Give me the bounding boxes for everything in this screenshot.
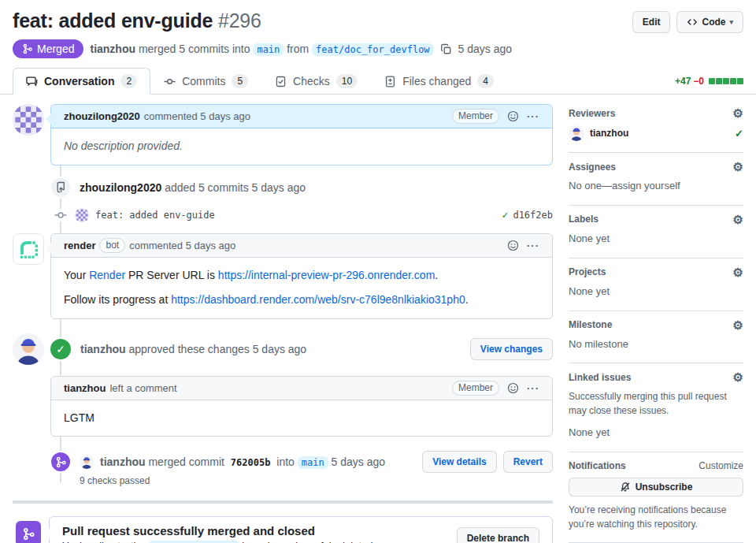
reviewer-row[interactable]: tianzhou ✓ <box>569 125 743 141</box>
comment-author[interactable]: render <box>64 240 95 251</box>
chevron-down-icon: ▾ <box>729 14 733 30</box>
gear-icon[interactable]: ⚙ <box>733 161 743 173</box>
sidebar-reviewers: Reviewers ⚙ tianzhou ✓ <box>569 104 743 153</box>
code-button[interactable]: Code ▾ <box>676 11 743 33</box>
tab-count: 10 <box>336 74 358 88</box>
git-merge-icon <box>22 43 33 54</box>
tab-count: 4 <box>477 74 494 88</box>
member-badge: Member <box>452 381 499 396</box>
commits-added-event: zhouzilong2020 added 5 commits 5 days ag… <box>13 177 553 199</box>
comment-zhouzilong: zhouzilong2020 commented 5 days ago Memb… <box>13 104 553 166</box>
tab-files-changed[interactable]: Files changed 4 <box>371 68 507 95</box>
comment-author[interactable]: tianzhou <box>64 382 106 394</box>
emoji-icon[interactable] <box>507 382 519 394</box>
tab-count: 5 <box>232 74 248 88</box>
commit-sha[interactable]: d16f2eb <box>513 210 553 221</box>
sidebar-assignees: Assignees ⚙ No one—assign yourself <box>569 153 743 206</box>
emoji-icon[interactable] <box>507 110 519 122</box>
avatar[interactable] <box>13 333 44 365</box>
avatar[interactable] <box>13 104 44 136</box>
comment-body: Your Render PR Server URL is https://int… <box>51 258 552 318</box>
sidebar-linked-issues: Linked issues ⚙ Successfully merging thi… <box>569 363 743 452</box>
event-author[interactable]: tianzhou <box>100 456 146 468</box>
gear-icon[interactable]: ⚙ <box>733 107 743 119</box>
gear-icon[interactable]: ⚙ <box>733 214 743 225</box>
comment-author[interactable]: zhouzilong2020 <box>64 110 140 122</box>
view-changes-button[interactable]: View changes <box>470 338 553 360</box>
comment-body: LGTM <box>51 400 552 437</box>
kebab-icon[interactable]: ··· <box>527 110 539 122</box>
checks-passed-text[interactable]: 9 checks passed <box>80 475 553 486</box>
git-merge-icon <box>16 521 41 543</box>
tab-conversation[interactable]: Conversation 2 <box>13 68 150 95</box>
diffstat-blocks <box>708 76 743 87</box>
diffstat[interactable]: +47 −0 <box>675 76 743 87</box>
section-title: Projects <box>569 266 606 277</box>
view-details-button[interactable]: View details <box>422 451 496 473</box>
merge-summary: tianzhou merged 5 commits into main from… <box>90 43 433 55</box>
merged-by-user[interactable]: tianzhou <box>90 43 135 55</box>
base-branch-chip[interactable]: main <box>298 456 328 469</box>
linked-issues-empty: None yet <box>569 426 743 441</box>
linked-issues-desc: Successfully merging this pull request m… <box>569 389 743 418</box>
file-diff-icon <box>384 76 396 87</box>
commit-message[interactable]: feat: added env-guide <box>95 210 215 221</box>
edit-button[interactable]: Edit <box>632 11 671 33</box>
tab-label: Conversation <box>44 75 114 87</box>
pr-number: #296 <box>218 9 261 32</box>
diffstat-additions: +47 <box>675 76 691 87</box>
avatar[interactable] <box>80 455 94 469</box>
merged-banner: Pull request successfully merged and clo… <box>13 516 553 543</box>
emoji-icon[interactable] <box>507 240 519 251</box>
tab-count: 2 <box>120 74 137 88</box>
comment-body: No description provided. <box>51 128 552 165</box>
kebab-icon[interactable]: ··· <box>527 382 539 394</box>
dashboard-url-link[interactable]: https://dashboard.render.com/web/srv-c76… <box>171 293 465 306</box>
git-commit-icon <box>54 209 67 221</box>
timeline-divider <box>13 500 553 504</box>
comment-discussion-icon <box>26 76 38 87</box>
tab-label: Files changed <box>402 75 471 87</box>
code-button-label: Code <box>702 14 725 30</box>
status-badge: Merged <box>13 39 83 58</box>
tab-label: Checks <box>293 75 330 87</box>
pr-tabnav: Conversation 2 Commits 5 Checks 10 Files… <box>0 68 756 95</box>
gear-icon[interactable]: ⚙ <box>733 266 743 278</box>
check-icon[interactable]: ✓ <box>502 209 509 221</box>
avatar[interactable] <box>75 208 89 222</box>
banner-title: Pull request successfully merged and clo… <box>62 524 376 537</box>
tab-commits[interactable]: Commits 5 <box>150 68 261 95</box>
preview-url-link[interactable]: https://internal-preview-pr-296.onrender… <box>218 269 435 281</box>
delete-branch-button[interactable]: Delete branch <box>457 527 539 543</box>
merged-commit-sha[interactable]: 762005b <box>231 457 271 468</box>
banner-subtitle: You’re all set—the feat/doc_for_de… bran… <box>62 540 376 543</box>
approved-check-icon: ✓ <box>735 128 743 139</box>
pr-header: feat: added env-guide #296 Edit Code ▾ M… <box>0 0 756 58</box>
section-title: Labels <box>569 214 598 225</box>
section-title: Reviewers <box>569 108 615 119</box>
customize-link[interactable]: Customize <box>699 460 743 471</box>
tab-checks[interactable]: Checks 10 <box>261 68 371 95</box>
sidebar-labels: Labels ⚙ None yet <box>569 206 743 258</box>
copy-icon[interactable] <box>440 43 452 55</box>
gear-icon[interactable]: ⚙ <box>733 319 743 331</box>
avatar <box>569 125 584 141</box>
approval-event: ✓ tianzhou approved these changes 5 days… <box>13 333 553 365</box>
labels-empty: None yet <box>569 232 743 247</box>
render-link[interactable]: Render <box>89 269 125 281</box>
unsubscribe-button[interactable]: Unsubscribe <box>569 478 743 497</box>
assignees-empty[interactable]: No one—assign yourself <box>569 179 743 194</box>
head-branch-chip[interactable]: feat/doc_for_devflow <box>312 43 434 56</box>
event-author[interactable]: zhouzilong2020 <box>80 181 161 194</box>
comment-render-bot: render bot commented 5 days ago ··· Your… <box>13 233 553 319</box>
event-author[interactable]: tianzhou <box>80 343 126 355</box>
kebab-icon[interactable]: ··· <box>527 240 539 251</box>
sidebar-milestone: Milestone ⚙ No milestone <box>569 311 743 364</box>
revert-button[interactable]: Revert <box>503 451 553 473</box>
avatar[interactable] <box>13 233 44 265</box>
base-branch-chip[interactable]: main <box>253 43 284 56</box>
comment-meta: commented 5 days ago <box>129 240 235 251</box>
section-title: Milestone <box>569 319 612 330</box>
projects-empty: None yet <box>569 285 743 299</box>
gear-icon[interactable]: ⚙ <box>733 371 743 383</box>
